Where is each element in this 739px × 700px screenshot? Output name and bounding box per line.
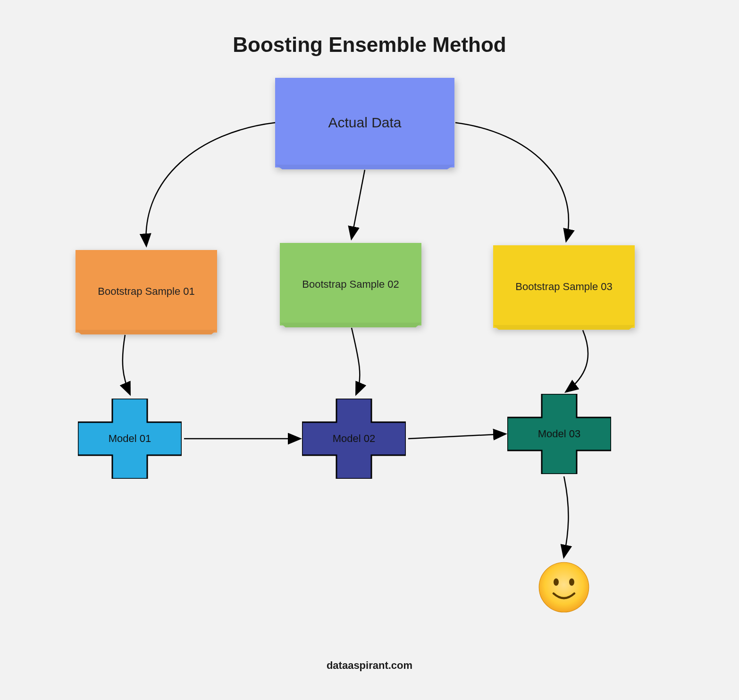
node-model2-label: Model 02 <box>302 399 406 479</box>
node-model3-label: Model 03 <box>507 394 611 474</box>
diagram-title: Boosting Ensemble Method <box>0 33 739 57</box>
node-sample2: Bootstrap Sample 02 <box>280 243 421 325</box>
node-sample3: Bootstrap Sample 03 <box>493 245 635 328</box>
node-sample1: Bootstrap Sample 01 <box>76 250 217 333</box>
node-sample2-label: Bootstrap Sample 02 <box>302 278 399 291</box>
edge-actualdata-sample1 <box>146 123 275 245</box>
edge-model3-output <box>564 476 568 557</box>
node-output <box>538 561 590 615</box>
edge-sample1-model1 <box>123 335 130 394</box>
edge-sample3-model3 <box>566 330 588 392</box>
node-model1-label: Model 01 <box>78 399 182 479</box>
node-sample1-label: Bootstrap Sample 01 <box>98 285 194 298</box>
footer-attribution: dataaspirant.com <box>0 659 739 672</box>
node-model3: Model 03 <box>507 394 611 474</box>
node-model2: Model 02 <box>302 399 406 479</box>
node-actual-data-label: Actual Data <box>328 115 401 131</box>
edge-sample2-model2 <box>352 328 360 394</box>
svg-point-0 <box>539 562 589 612</box>
edge-model2-model3 <box>408 434 505 439</box>
smile-icon <box>538 561 590 613</box>
node-actual-data: Actual Data <box>275 78 454 167</box>
svg-point-1 <box>554 578 559 585</box>
node-model1: Model 01 <box>78 399 182 479</box>
edge-actualdata-sample3 <box>455 123 569 241</box>
node-sample3-label: Bootstrap Sample 03 <box>515 281 612 293</box>
svg-point-2 <box>569 578 574 585</box>
edge-actualdata-sample2 <box>352 170 365 238</box>
